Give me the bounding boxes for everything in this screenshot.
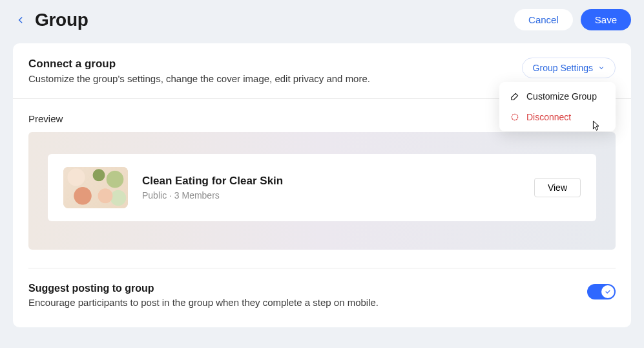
dropdown-customize-label: Customize Group (526, 91, 597, 102)
suggest-description: Encourage participants to post in the gr… (28, 297, 587, 308)
group-name: Clean Eating for Clear Skin (142, 175, 520, 188)
connect-section-description: Customize the group's settings, change t… (28, 73, 522, 84)
dropdown-disconnect[interactable]: Disconnect (499, 107, 616, 127)
dropdown-disconnect-label: Disconnect (526, 112, 571, 122)
pencil-icon (510, 91, 520, 102)
back-button[interactable] (13, 12, 28, 28)
svg-point-0 (512, 114, 517, 120)
settings-card: Connect a group Customize the group's se… (13, 43, 631, 327)
group-preview-card: Clean Eating for Clear Skin Public · 3 M… (48, 154, 596, 221)
chevron-left-icon (16, 16, 25, 25)
chevron-down-icon (598, 65, 605, 71)
check-icon (605, 288, 611, 295)
save-button[interactable]: Save (581, 9, 631, 30)
toggle-knob (601, 285, 614, 298)
suggest-title: Suggest posting to group (28, 283, 587, 294)
suggest-toggle[interactable] (587, 284, 616, 299)
group-meta: Public · 3 Members (142, 190, 520, 201)
dropdown-customize-group[interactable]: Customize Group (499, 86, 616, 107)
view-group-button[interactable]: View (534, 178, 581, 197)
page-title: Group (35, 10, 514, 30)
group-settings-button[interactable]: Group Settings (522, 58, 616, 78)
cancel-button[interactable]: Cancel (514, 9, 573, 30)
connect-section-title: Connect a group (28, 58, 522, 71)
group-settings-label: Group Settings (533, 63, 593, 73)
group-settings-dropdown: Customize Group Disconnect (499, 82, 616, 131)
disconnect-icon (510, 112, 520, 122)
preview-box: Clean Eating for Clear Skin Public · 3 M… (28, 132, 616, 250)
group-cover-thumbnail (63, 167, 128, 208)
